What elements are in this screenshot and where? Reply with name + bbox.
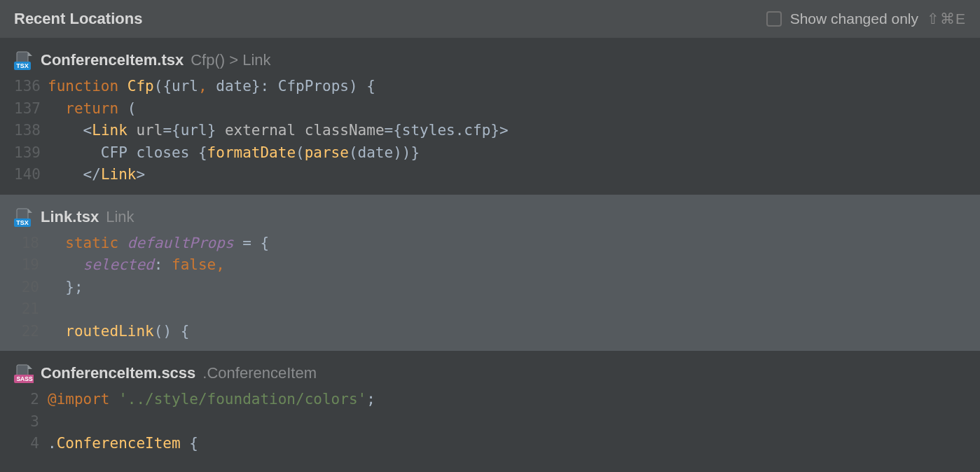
line-number: 21 — [14, 298, 48, 321]
line-number: 138 — [14, 120, 48, 142]
sass-file-icon: SASS — [14, 363, 34, 383]
line-number: 4 — [14, 433, 48, 455]
line-number: 22 — [14, 321, 48, 343]
code-line[interactable]: 21 — [0, 298, 980, 321]
code-line[interactable]: 4.ConferenceItem { — [0, 433, 980, 455]
code-text: selected: false, — [48, 254, 225, 277]
popup-header: Recent Locations Show changed only ⇧⌘E — [0, 0, 980, 38]
entry-header[interactable]: SASS ConferenceItem.scss .ConferenceItem — [0, 361, 980, 389]
code-line[interactable]: 20 }; — [0, 277, 980, 299]
entry-header[interactable]: TSX Link.tsx Link — [0, 204, 980, 232]
code-line[interactable]: 2@import '../style/foundation/colors'; — [0, 389, 980, 411]
code-line[interactable]: 138 <Link url={url} external className={… — [0, 120, 980, 142]
code-text: }; — [48, 277, 83, 299]
code-line[interactable]: 136function Cfp({url, date}: CfpProps) { — [0, 76, 980, 98]
line-number: 20 — [14, 277, 48, 299]
breadcrumb: Link — [106, 208, 134, 226]
breadcrumb: .ConferenceItem — [202, 364, 317, 382]
code-line[interactable]: 137 return ( — [0, 98, 980, 120]
file-name: ConferenceItem.scss — [41, 364, 195, 382]
code-snippet[interactable]: 18 static defaultProps = {19 selected: f… — [0, 232, 980, 352]
code-text: function Cfp({url, date}: CfpProps) { — [48, 76, 375, 98]
recent-location-entry[interactable]: TSX ConferenceItem.tsx Cfp() > Link136fu… — [0, 38, 980, 195]
line-number: 139 — [14, 142, 48, 165]
show-changed-checkbox[interactable] — [766, 11, 782, 27]
svg-text:SASS: SASS — [16, 375, 32, 382]
code-text: @import '../style/foundation/colors'; — [48, 389, 375, 411]
file-name: Link.tsx — [41, 208, 99, 226]
code-line[interactable]: 139 CFP closes {formatDate(parse(date))} — [0, 142, 980, 165]
line-number: 18 — [14, 232, 48, 255]
tsx-file-icon: TSX — [14, 50, 34, 70]
line-number: 140 — [14, 164, 48, 186]
shortcut-hint: ⇧⌘E — [927, 11, 966, 27]
recent-location-entry[interactable]: TSX Link.tsx Link18 static defaultProps … — [0, 195, 980, 352]
header-right: Show changed only ⇧⌘E — [766, 11, 966, 27]
code-snippet[interactable]: 2@import '../style/foundation/colors';34… — [0, 389, 980, 464]
code-text: static defaultProps = { — [48, 232, 269, 255]
code-snippet[interactable]: 136function Cfp({url, date}: CfpProps) {… — [0, 76, 980, 195]
entry-header[interactable]: TSX ConferenceItem.tsx Cfp() > Link — [0, 48, 980, 76]
code-text: .ConferenceItem { — [48, 433, 198, 455]
svg-text:TSX: TSX — [16, 219, 29, 226]
line-number: 137 — [14, 98, 48, 120]
recent-locations-list: TSX ConferenceItem.tsx Cfp() > Link136fu… — [0, 38, 980, 464]
line-number: 3 — [14, 411, 48, 433]
line-number: 136 — [14, 76, 48, 98]
tsx-file-icon: TSX — [14, 207, 34, 227]
svg-text:TSX: TSX — [16, 62, 29, 69]
show-changed-label[interactable]: Show changed only — [790, 11, 918, 27]
line-number: 2 — [14, 389, 48, 411]
code-text: CFP closes {formatDate(parse(date))} — [48, 142, 420, 165]
popup-title: Recent Locations — [14, 10, 142, 28]
code-text: <Link url={url} external className={styl… — [48, 120, 509, 142]
line-number: 19 — [14, 254, 48, 277]
code-line[interactable]: 19 selected: false, — [0, 254, 980, 277]
file-name: ConferenceItem.tsx — [41, 51, 184, 69]
code-line[interactable]: 18 static defaultProps = { — [0, 232, 980, 255]
code-line[interactable]: 140 </Link> — [0, 164, 980, 186]
code-text: routedLink() { — [48, 321, 189, 343]
breadcrumb: Cfp() > Link — [191, 51, 270, 69]
code-text: return ( — [48, 98, 136, 120]
code-line[interactable]: 22 routedLink() { — [0, 321, 980, 343]
code-line[interactable]: 3 — [0, 411, 980, 433]
recent-location-entry[interactable]: SASS ConferenceItem.scss .ConferenceItem… — [0, 351, 980, 464]
code-text: </Link> — [48, 164, 145, 186]
